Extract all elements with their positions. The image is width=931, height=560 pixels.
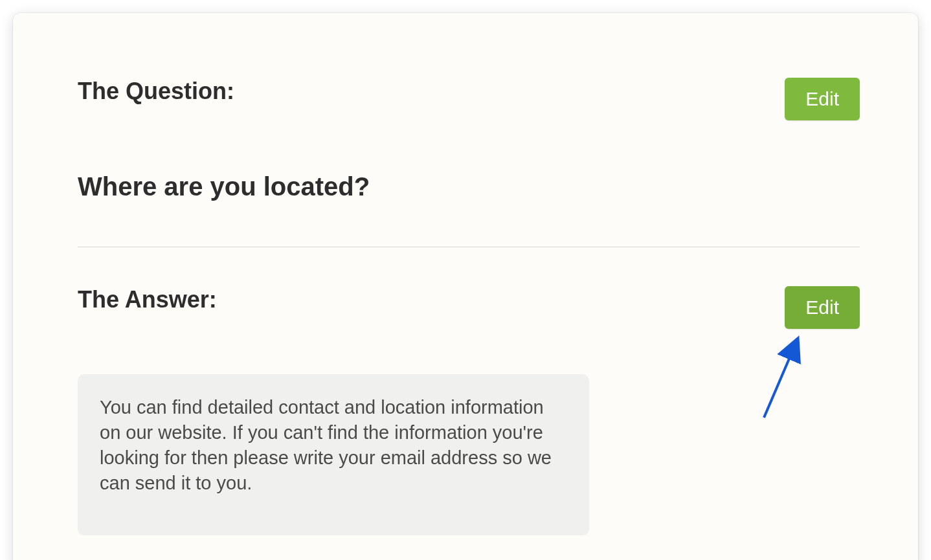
section-divider	[78, 247, 860, 247]
faq-card: The Question: Edit Where are you located…	[13, 13, 918, 560]
annotation-arrow-icon	[757, 333, 816, 424]
edit-question-button[interactable]: Edit	[785, 78, 860, 120]
question-text: Where are you located?	[78, 172, 860, 201]
svg-line-1	[764, 345, 795, 418]
question-label: The Question:	[78, 78, 234, 105]
answer-box: You can find detailed contact and locati…	[78, 374, 589, 535]
answer-text: You can find detailed contact and locati…	[100, 395, 567, 497]
answer-header: The Answer: Edit	[78, 286, 860, 329]
question-header: The Question: Edit	[78, 78, 860, 120]
edit-answer-button[interactable]: Edit	[785, 286, 860, 329]
answer-label: The Answer:	[78, 286, 217, 313]
